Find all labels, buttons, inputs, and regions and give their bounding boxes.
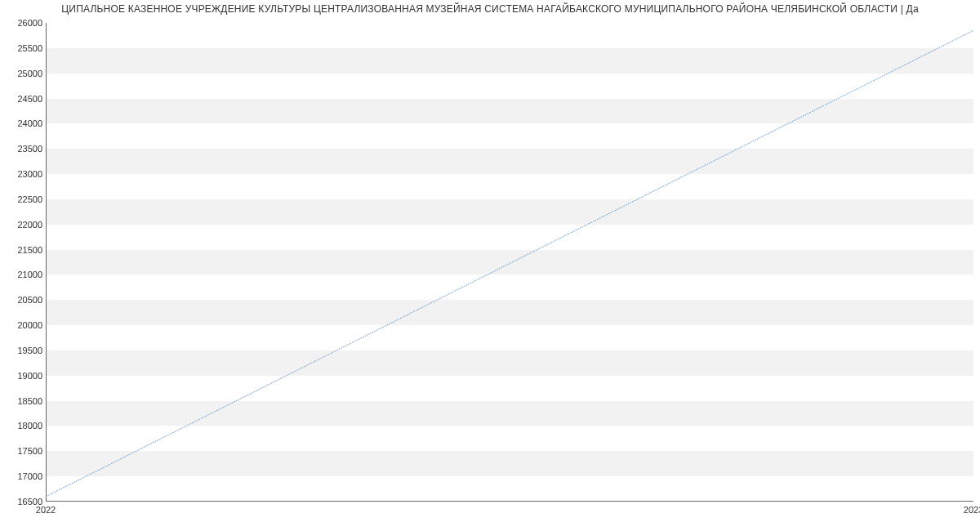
y-tick-label: 25500 bbox=[17, 43, 42, 53]
y-tick-label: 17000 bbox=[17, 471, 42, 481]
y-tick-label: 19500 bbox=[17, 346, 42, 355]
y-tick-label: 24500 bbox=[17, 94, 42, 104]
series-line bbox=[46, 30, 973, 497]
y-tick-label: 18000 bbox=[17, 421, 42, 431]
y-tick-label: 17500 bbox=[17, 446, 42, 456]
y-tick-label: 21500 bbox=[17, 245, 42, 255]
y-tick-label: 18500 bbox=[17, 396, 42, 406]
y-tick-label: 26000 bbox=[17, 18, 42, 28]
y-tick-label: 25000 bbox=[17, 69, 42, 78]
chart-container: ЦИПАЛЬНОЕ КАЗЕННОЕ УЧРЕЖДЕНИЕ КУЛЬТУРЫ Ц… bbox=[0, 0, 980, 531]
line-layer bbox=[46, 23, 973, 502]
y-tick-label: 20500 bbox=[17, 295, 42, 305]
y-tick-label: 21000 bbox=[17, 270, 42, 279]
y-tick-label: 22500 bbox=[17, 194, 42, 204]
plot-area bbox=[46, 23, 973, 502]
y-tick-label: 24000 bbox=[17, 118, 42, 128]
chart-title: ЦИПАЛЬНОЕ КАЗЕННОЕ УЧРЕЖДЕНИЕ КУЛЬТУРЫ Ц… bbox=[61, 3, 919, 15]
x-tick-label: 2023 bbox=[964, 505, 980, 515]
x-tick-label: 2022 bbox=[36, 505, 56, 515]
y-tick-label: 19000 bbox=[17, 371, 42, 381]
y-tick-label: 23500 bbox=[17, 144, 42, 154]
y-tick-label: 22000 bbox=[17, 220, 42, 230]
y-tick-label: 23000 bbox=[17, 169, 42, 179]
y-tick-label: 20000 bbox=[17, 320, 42, 330]
